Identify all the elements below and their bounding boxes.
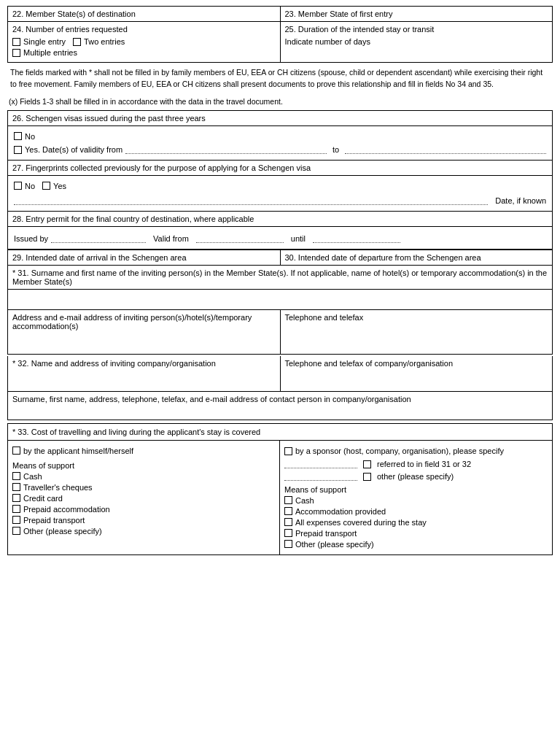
field-24: 24. Number of entries requested Single e… — [8, 22, 281, 63]
field-32-contact: Surname, first name, address, telephone,… — [8, 391, 552, 420]
f33-accommodation-provided-checkbox[interactable] — [284, 507, 292, 515]
f27-no-checkbox[interactable] — [14, 182, 22, 190]
f33-other-line[interactable] — [284, 471, 357, 481]
f33-cash2-checkbox[interactable] — [284, 496, 292, 504]
f33-travellers-cheques-checkbox[interactable] — [12, 483, 20, 491]
f33-prepaid-transport2-checkbox[interactable] — [284, 529, 292, 537]
f26-to-line[interactable] — [345, 144, 546, 154]
f33-prepaid-accommodation-checkbox[interactable] — [12, 505, 20, 513]
field-31-phone-input[interactable] — [285, 322, 548, 342]
field-30: 30. Intended date of departure from the … — [280, 250, 553, 265]
field-31-address-label: Address and e-mail address of inviting p… — [8, 310, 280, 354]
field-23: 23. Member State of first entry — [280, 7, 553, 22]
field-27-options: No Yes Date, if known — [8, 176, 552, 211]
field-32-contact-input[interactable] — [12, 403, 548, 417]
single-entry-checkbox[interactable] — [12, 38, 20, 46]
notice-text: The fields marked with * shall not be fi… — [7, 63, 553, 95]
field-28-label: 28. Entry permit for the final country o… — [8, 212, 552, 227]
field-31-name-input[interactable] — [8, 290, 552, 310]
field-32-phone-input[interactable] — [285, 368, 548, 388]
f33-other-right-checkbox[interactable] — [363, 473, 371, 481]
f28-issued-line[interactable] — [51, 233, 146, 243]
f33-other-specify-checkbox[interactable] — [12, 527, 20, 535]
field-32-company-input[interactable] — [12, 368, 276, 388]
f33-cash-checkbox[interactable] — [12, 472, 20, 480]
field-31-phone-label: Telephone and telefax — [280, 310, 552, 354]
f33-other-specify2-checkbox[interactable] — [284, 540, 292, 548]
field-27-label: 27. Fingerprints collected previously fo… — [8, 161, 552, 176]
field-33-label: * 33. Cost of travelling and living duri… — [8, 424, 552, 441]
f33-referred-line[interactable] — [284, 458, 357, 468]
field-33-left: by the applicant himself/herself Means o… — [8, 441, 280, 554]
f26-from-line[interactable] — [125, 144, 327, 154]
field-33-right: by a sponsor (host, company, organisatio… — [280, 441, 552, 554]
x-note: (x) Fields 1-3 shall be filled in in acc… — [7, 95, 553, 110]
f26-no-checkbox[interactable] — [14, 132, 22, 140]
f33-referred-checkbox[interactable] — [363, 460, 371, 468]
field-29: 29. Intended date of arrival in the Sche… — [8, 250, 281, 265]
field-26-label: 26. Schengen visas issued during the pas… — [8, 111, 552, 126]
multiple-entries-checkbox[interactable] — [12, 49, 20, 57]
field-32-phone-label: Telephone and telefax of company/organis… — [280, 356, 552, 391]
f33-self-checkbox[interactable] — [12, 447, 20, 455]
f33-prepaid-transport-checkbox[interactable] — [12, 516, 20, 524]
field-25: 25. Duration of the intended stay or tra… — [280, 22, 553, 63]
field-31-label: * 31. Surname and first name of the invi… — [8, 266, 552, 290]
f27-date-line[interactable] — [14, 195, 488, 205]
two-entries-checkbox[interactable] — [73, 38, 81, 46]
f33-all-expenses-checkbox[interactable] — [284, 518, 292, 526]
field-31-address-input[interactable] — [12, 331, 276, 351]
f26-yes-checkbox[interactable] — [14, 146, 22, 154]
f33-sponsor-checkbox[interactable] — [284, 447, 292, 455]
f28-valid-line[interactable] — [196, 233, 284, 243]
field-26-options: No Yes. Date(s) of validity from to — [8, 126, 552, 160]
f28-until-line[interactable] — [313, 233, 400, 243]
field-28-options: Issued by Valid from until — [8, 227, 552, 249]
field-32-label: * 32. Name and address of inviting compa… — [8, 356, 280, 391]
f33-credit-card-checkbox[interactable] — [12, 494, 20, 502]
field-22: 22. Member State(s) of destination — [8, 7, 281, 22]
f27-yes-checkbox[interactable] — [42, 182, 50, 190]
